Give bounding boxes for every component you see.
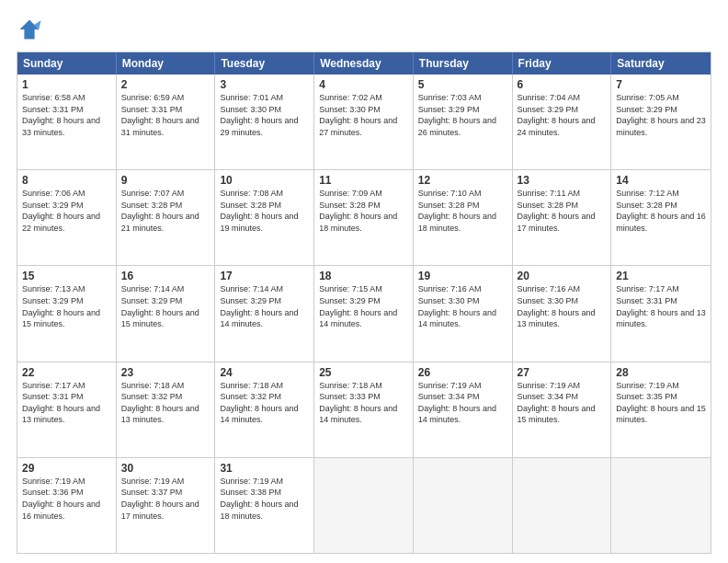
sun-info: Sunrise: 7:01 AMSunset: 3:30 PMDaylight:… bbox=[220, 92, 309, 138]
sun-info: Sunrise: 7:19 AMSunset: 3:38 PMDaylight:… bbox=[220, 476, 309, 522]
sun-info: Sunrise: 7:15 AMSunset: 3:29 PMDaylight:… bbox=[319, 283, 408, 329]
day-cell-21: 21Sunrise: 7:17 AMSunset: 3:31 PMDayligh… bbox=[611, 266, 711, 361]
day-cell-27: 27Sunrise: 7:19 AMSunset: 3:34 PMDayligh… bbox=[513, 362, 612, 457]
day-number: 4 bbox=[319, 78, 408, 91]
sun-info: Sunrise: 7:18 AMSunset: 3:32 PMDaylight:… bbox=[220, 380, 309, 426]
day-cell-19: 19Sunrise: 7:16 AMSunset: 3:30 PMDayligh… bbox=[414, 266, 513, 361]
sun-info: Sunrise: 7:14 AMSunset: 3:29 PMDaylight:… bbox=[220, 283, 309, 329]
day-cell-14: 14Sunrise: 7:12 AMSunset: 3:28 PMDayligh… bbox=[611, 170, 711, 265]
day-cell-13: 13Sunrise: 7:11 AMSunset: 3:28 PMDayligh… bbox=[513, 170, 612, 265]
empty-cell bbox=[414, 458, 513, 553]
day-number: 30 bbox=[121, 462, 210, 475]
calendar-week-1: 1Sunrise: 6:58 AMSunset: 3:31 PMDaylight… bbox=[17, 75, 711, 169]
empty-cell bbox=[513, 458, 612, 553]
day-cell-4: 4Sunrise: 7:02 AMSunset: 3:30 PMDaylight… bbox=[314, 75, 414, 169]
day-number: 27 bbox=[518, 366, 607, 379]
day-header-thursday: Thursday bbox=[414, 52, 513, 75]
sun-info: Sunrise: 7:09 AMSunset: 3:28 PMDaylight:… bbox=[319, 188, 408, 234]
sun-info: Sunrise: 7:19 AMSunset: 3:35 PMDaylight:… bbox=[616, 380, 706, 426]
day-cell-30: 30Sunrise: 7:19 AMSunset: 3:37 PMDayligh… bbox=[117, 458, 216, 553]
day-header-tuesday: Tuesday bbox=[215, 52, 314, 75]
sun-info: Sunrise: 7:08 AMSunset: 3:28 PMDaylight:… bbox=[220, 188, 309, 234]
day-number: 7 bbox=[616, 78, 706, 91]
sun-info: Sunrise: 7:16 AMSunset: 3:30 PMDaylight:… bbox=[418, 283, 507, 329]
day-header-monday: Monday bbox=[117, 52, 216, 75]
day-number: 29 bbox=[22, 462, 111, 475]
sun-info: Sunrise: 7:16 AMSunset: 3:30 PMDaylight:… bbox=[518, 283, 607, 329]
sun-info: Sunrise: 7:19 AMSunset: 3:37 PMDaylight:… bbox=[121, 476, 210, 522]
day-header-friday: Friday bbox=[513, 52, 612, 75]
day-number: 11 bbox=[319, 174, 408, 187]
day-cell-15: 15Sunrise: 7:13 AMSunset: 3:29 PMDayligh… bbox=[17, 266, 117, 361]
calendar-week-4: 22Sunrise: 7:17 AMSunset: 3:31 PMDayligh… bbox=[17, 362, 711, 457]
day-number: 21 bbox=[616, 270, 706, 282]
day-cell-8: 8Sunrise: 7:06 AMSunset: 3:29 PMDaylight… bbox=[17, 170, 117, 265]
day-cell-22: 22Sunrise: 7:17 AMSunset: 3:31 PMDayligh… bbox=[17, 362, 117, 457]
sun-info: Sunrise: 7:18 AMSunset: 3:32 PMDaylight:… bbox=[121, 380, 210, 426]
day-number: 16 bbox=[121, 270, 210, 282]
day-cell-12: 12Sunrise: 7:10 AMSunset: 3:28 PMDayligh… bbox=[414, 170, 513, 265]
day-cell-7: 7Sunrise: 7:05 AMSunset: 3:29 PMDaylight… bbox=[611, 75, 711, 169]
page: SundayMondayTuesdayWednesdayThursdayFrid… bbox=[0, 0, 728, 563]
day-number: 1 bbox=[22, 78, 111, 91]
sun-info: Sunrise: 7:07 AMSunset: 3:28 PMDaylight:… bbox=[121, 188, 210, 234]
day-number: 5 bbox=[418, 78, 507, 91]
day-number: 15 bbox=[22, 270, 111, 282]
calendar-body: 1Sunrise: 6:58 AMSunset: 3:31 PMDaylight… bbox=[17, 75, 711, 553]
sun-info: Sunrise: 7:14 AMSunset: 3:29 PMDaylight:… bbox=[121, 283, 210, 329]
sun-info: Sunrise: 7:13 AMSunset: 3:29 PMDaylight:… bbox=[22, 283, 111, 329]
empty-cell bbox=[611, 458, 711, 553]
day-number: 24 bbox=[220, 366, 309, 379]
day-number: 17 bbox=[220, 270, 309, 282]
day-number: 23 bbox=[121, 366, 210, 379]
calendar-week-5: 29Sunrise: 7:19 AMSunset: 3:36 PMDayligh… bbox=[17, 457, 711, 553]
day-cell-26: 26Sunrise: 7:19 AMSunset: 3:34 PMDayligh… bbox=[414, 362, 513, 457]
day-number: 22 bbox=[22, 366, 111, 379]
sun-info: Sunrise: 7:10 AMSunset: 3:28 PMDaylight:… bbox=[418, 188, 507, 234]
general-blue-icon bbox=[17, 17, 42, 42]
day-header-sunday: Sunday bbox=[17, 52, 117, 75]
sun-info: Sunrise: 7:02 AMSunset: 3:30 PMDaylight:… bbox=[319, 92, 408, 138]
day-number: 31 bbox=[220, 462, 309, 475]
sun-info: Sunrise: 7:03 AMSunset: 3:29 PMDaylight:… bbox=[418, 92, 507, 138]
day-number: 20 bbox=[518, 270, 607, 282]
day-number: 18 bbox=[319, 270, 408, 282]
sun-info: Sunrise: 7:17 AMSunset: 3:31 PMDaylight:… bbox=[22, 380, 111, 426]
sun-info: Sunrise: 7:18 AMSunset: 3:33 PMDaylight:… bbox=[319, 380, 408, 426]
sun-info: Sunrise: 6:58 AMSunset: 3:31 PMDaylight:… bbox=[22, 92, 111, 138]
sun-info: Sunrise: 7:04 AMSunset: 3:29 PMDaylight:… bbox=[518, 92, 607, 138]
day-number: 3 bbox=[220, 78, 309, 91]
day-cell-31: 31Sunrise: 7:19 AMSunset: 3:38 PMDayligh… bbox=[215, 458, 314, 553]
calendar-week-3: 15Sunrise: 7:13 AMSunset: 3:29 PMDayligh… bbox=[17, 265, 711, 361]
day-cell-10: 10Sunrise: 7:08 AMSunset: 3:28 PMDayligh… bbox=[215, 170, 314, 265]
day-cell-9: 9Sunrise: 7:07 AMSunset: 3:28 PMDaylight… bbox=[117, 170, 216, 265]
sun-info: Sunrise: 7:05 AMSunset: 3:29 PMDaylight:… bbox=[616, 92, 706, 138]
day-cell-2: 2Sunrise: 6:59 AMSunset: 3:31 PMDaylight… bbox=[117, 75, 216, 169]
sun-info: Sunrise: 7:11 AMSunset: 3:28 PMDaylight:… bbox=[518, 188, 607, 234]
day-header-wednesday: Wednesday bbox=[314, 52, 414, 75]
calendar-header: SundayMondayTuesdayWednesdayThursdayFrid… bbox=[17, 52, 711, 75]
day-cell-17: 17Sunrise: 7:14 AMSunset: 3:29 PMDayligh… bbox=[215, 266, 314, 361]
sun-info: Sunrise: 7:19 AMSunset: 3:34 PMDaylight:… bbox=[418, 380, 507, 426]
day-cell-6: 6Sunrise: 7:04 AMSunset: 3:29 PMDaylight… bbox=[513, 75, 612, 169]
day-cell-18: 18Sunrise: 7:15 AMSunset: 3:29 PMDayligh… bbox=[314, 266, 414, 361]
day-number: 6 bbox=[518, 78, 607, 91]
day-number: 19 bbox=[418, 270, 507, 282]
day-header-saturday: Saturday bbox=[611, 52, 711, 75]
sun-info: Sunrise: 7:17 AMSunset: 3:31 PMDaylight:… bbox=[616, 283, 706, 329]
sun-info: Sunrise: 7:12 AMSunset: 3:28 PMDaylight:… bbox=[616, 188, 706, 234]
header bbox=[17, 17, 711, 42]
day-number: 14 bbox=[616, 174, 706, 187]
day-cell-5: 5Sunrise: 7:03 AMSunset: 3:29 PMDaylight… bbox=[414, 75, 513, 169]
sun-info: Sunrise: 7:19 AMSunset: 3:34 PMDaylight:… bbox=[518, 380, 607, 426]
day-cell-16: 16Sunrise: 7:14 AMSunset: 3:29 PMDayligh… bbox=[117, 266, 216, 361]
day-number: 13 bbox=[518, 174, 607, 187]
logo bbox=[17, 17, 46, 42]
calendar-week-2: 8Sunrise: 7:06 AMSunset: 3:29 PMDaylight… bbox=[17, 169, 711, 265]
sun-info: Sunrise: 7:06 AMSunset: 3:29 PMDaylight:… bbox=[22, 188, 111, 234]
sun-info: Sunrise: 7:19 AMSunset: 3:36 PMDaylight:… bbox=[22, 476, 111, 522]
day-cell-3: 3Sunrise: 7:01 AMSunset: 3:30 PMDaylight… bbox=[215, 75, 314, 169]
day-cell-28: 28Sunrise: 7:19 AMSunset: 3:35 PMDayligh… bbox=[611, 362, 711, 457]
day-number: 25 bbox=[319, 366, 408, 379]
day-cell-23: 23Sunrise: 7:18 AMSunset: 3:32 PMDayligh… bbox=[117, 362, 216, 457]
